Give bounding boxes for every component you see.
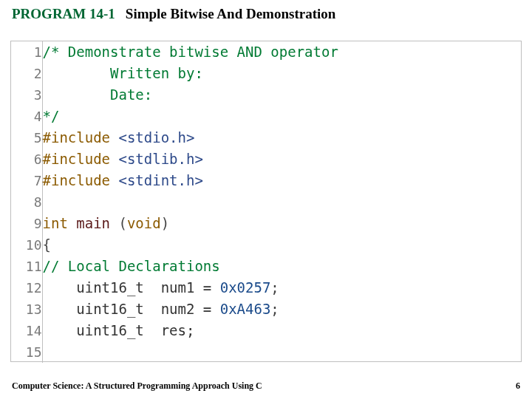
code-content: uint16_t num1 = 0x0257; xyxy=(42,277,521,299)
code-line: 15 xyxy=(11,341,521,363)
code-content: uint16_t num2 = 0xA463; xyxy=(42,299,521,320)
code-line: 3 Date: xyxy=(11,84,521,106)
code-line: 5#include <stdio.h> xyxy=(11,127,521,149)
code-content: */ xyxy=(42,106,521,127)
line-number: 2 xyxy=(11,63,42,84)
code-content: Date: xyxy=(42,84,521,106)
code-line: 14 uint16_t res; xyxy=(11,320,521,341)
code-content: #include <stdint.h> xyxy=(42,170,521,191)
code-content xyxy=(42,341,521,363)
slide-footer: Computer Science: A Structured Programmi… xyxy=(12,381,520,392)
code-line: 2 Written by: xyxy=(11,63,521,84)
code-line: 9int main (void) xyxy=(11,213,521,234)
code-line: 13 uint16_t num2 = 0xA463; xyxy=(11,299,521,320)
line-number: 8 xyxy=(11,191,42,213)
line-number: 1 xyxy=(11,41,42,63)
code-line: 8 xyxy=(11,191,521,213)
line-number: 3 xyxy=(11,84,42,106)
code-line: 11// Local Declarations xyxy=(11,256,521,277)
code-line: 7#include <stdint.h> xyxy=(11,170,521,191)
line-number: 12 xyxy=(11,277,42,299)
slide: PROGRAM 14-1 Simple Bitwise And Demonstr… xyxy=(0,0,532,399)
code-content: /* Demonstrate bitwise AND operator xyxy=(42,41,521,63)
page-number: 6 xyxy=(516,381,520,392)
code-content: #include <stdio.h> xyxy=(42,127,521,149)
code-content: // Local Declarations xyxy=(42,256,521,277)
code-listing: 1/* Demonstrate bitwise AND operator2 Wr… xyxy=(10,41,522,362)
program-number: PROGRAM 14-1 xyxy=(12,6,115,21)
slide-header: PROGRAM 14-1 Simple Bitwise And Demonstr… xyxy=(12,6,520,22)
line-number: 9 xyxy=(11,213,42,234)
line-number: 6 xyxy=(11,149,42,170)
code-content: uint16_t res; xyxy=(42,320,521,341)
code-line: 4*/ xyxy=(11,106,521,127)
code-content: Written by: xyxy=(42,63,521,84)
line-number: 14 xyxy=(11,320,42,341)
code-content xyxy=(42,191,521,213)
code-table: 1/* Demonstrate bitwise AND operator2 Wr… xyxy=(11,41,521,363)
book-title: Computer Science: A Structured Programmi… xyxy=(12,381,262,392)
code-content: int main (void) xyxy=(42,213,521,234)
program-title: Simple Bitwise And Demonstration xyxy=(126,6,336,21)
code-content: { xyxy=(42,234,521,256)
line-number: 4 xyxy=(11,106,42,127)
line-number: 15 xyxy=(11,341,42,363)
code-line: 6#include <stdlib.h> xyxy=(11,149,521,170)
code-line: 1/* Demonstrate bitwise AND operator xyxy=(11,41,521,63)
code-line: 12 uint16_t num1 = 0x0257; xyxy=(11,277,521,299)
code-content: #include <stdlib.h> xyxy=(42,149,521,170)
line-number: 11 xyxy=(11,256,42,277)
code-line: 10{ xyxy=(11,234,521,256)
line-number: 7 xyxy=(11,170,42,191)
line-number: 10 xyxy=(11,234,42,256)
line-number: 13 xyxy=(11,299,42,320)
line-number: 5 xyxy=(11,127,42,149)
